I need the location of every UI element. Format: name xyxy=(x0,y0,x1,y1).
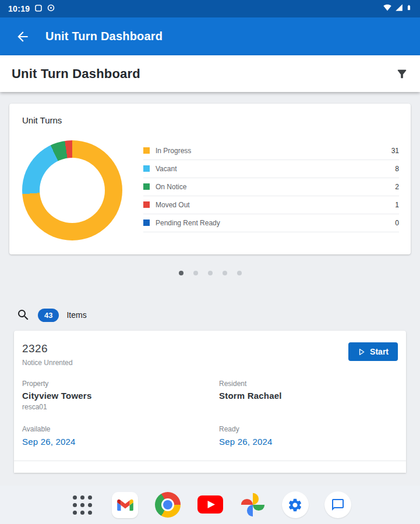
legend-value: 1 xyxy=(395,201,399,209)
legend-row: Vacant8 xyxy=(143,160,399,178)
chrome-icon[interactable] xyxy=(154,491,181,518)
notification-square-icon xyxy=(35,3,42,14)
available-date-link[interactable]: Sep 26, 2024 xyxy=(22,437,219,447)
available-label: Available xyxy=(22,425,219,433)
play-icon xyxy=(358,348,365,356)
legend-label: Pending Rent Ready xyxy=(156,219,395,227)
items-label: Items xyxy=(66,310,86,320)
items-toolbar: 43 Items xyxy=(16,308,406,322)
carousel-dot[interactable] xyxy=(193,271,198,275)
back-arrow-icon[interactable] xyxy=(15,29,30,44)
legend-value: 8 xyxy=(395,165,399,173)
unit-card: 2326 Notice Unrented Start Property City… xyxy=(14,331,406,473)
ready-field: Ready Sep 26, 2024 xyxy=(219,425,398,447)
battery-icon xyxy=(406,3,412,15)
legend-row: In Progress31 xyxy=(143,142,399,160)
carousel-dot[interactable] xyxy=(179,271,183,275)
legend-label: On Notice xyxy=(156,183,395,191)
items-count-badge: 43 xyxy=(38,309,59,322)
ready-label: Ready xyxy=(219,425,398,433)
gmail-icon[interactable] xyxy=(112,491,139,518)
legend-value: 2 xyxy=(395,183,399,191)
carousel-dots xyxy=(0,271,420,275)
legend-label: Vacant xyxy=(156,165,395,173)
youtube-icon[interactable] xyxy=(197,491,224,518)
resident-value: Storm Rachael xyxy=(219,391,398,401)
legend-row: Pending Rent Ready0 xyxy=(143,214,399,232)
wifi-icon xyxy=(383,3,392,14)
legend-value: 31 xyxy=(391,147,399,155)
legend-value: 0 xyxy=(395,219,399,227)
legend-swatch xyxy=(143,219,150,226)
app-bar-title: Unit Turn Dashboard xyxy=(45,30,163,43)
start-button[interactable]: Start xyxy=(348,342,398,361)
property-value: Cityview Towers xyxy=(22,391,219,401)
legend-label: In Progress xyxy=(156,147,391,155)
app-bar: Unit Turn Dashboard xyxy=(0,17,420,55)
carousel-dot[interactable] xyxy=(208,271,213,275)
status-bar: 10:19 xyxy=(0,0,420,17)
legend-swatch xyxy=(143,165,150,172)
legend-swatch xyxy=(143,201,150,208)
clock: 10:19 xyxy=(8,4,30,13)
ready-date-link[interactable]: Sep 26, 2024 xyxy=(219,437,398,447)
settings-icon[interactable] xyxy=(282,491,309,518)
donut-chart-wrap xyxy=(22,140,122,240)
page-header: Unit Turn Dashboard xyxy=(0,55,420,92)
apps-grid-icon[interactable] xyxy=(69,491,96,518)
property-code: resca01 xyxy=(22,403,219,411)
property-label: Property xyxy=(22,380,219,388)
property-field: Property Cityview Towers resca01 xyxy=(22,380,219,411)
chart-legend: In Progress31Vacant8On Notice2Moved Out1… xyxy=(143,142,399,232)
notification-circle-icon xyxy=(47,3,55,14)
resident-field: Resident Storm Rachael xyxy=(219,380,398,411)
donut-hole xyxy=(40,158,105,223)
legend-row: Moved Out1 xyxy=(143,196,399,214)
card-divider xyxy=(14,461,406,461)
unit-number: 2326 xyxy=(22,342,73,355)
signal-icon xyxy=(395,3,403,14)
chart-title: Unit Turns xyxy=(22,115,399,125)
carousel-dot[interactable] xyxy=(237,271,242,275)
content-area: Unit Turns In Progress31Vacant8On Notice… xyxy=(0,92,420,473)
messages-icon[interactable] xyxy=(324,491,351,518)
page-title: Unit Turn Dashboard xyxy=(12,66,140,82)
legend-swatch xyxy=(143,183,150,190)
search-icon[interactable] xyxy=(16,308,30,322)
filter-icon[interactable] xyxy=(396,68,408,80)
carousel-dot[interactable] xyxy=(223,271,227,275)
legend-swatch xyxy=(143,147,150,154)
available-field: Available Sep 26, 2024 xyxy=(22,425,219,447)
google-photos-icon[interactable] xyxy=(239,491,266,518)
dock xyxy=(0,486,420,524)
resident-label: Resident xyxy=(219,380,398,388)
legend-row: On Notice2 xyxy=(143,178,399,196)
unit-status: Notice Unrented xyxy=(22,359,73,367)
unit-turns-chart-card: Unit Turns In Progress31Vacant8On Notice… xyxy=(9,104,411,254)
legend-label: Moved Out xyxy=(156,201,395,209)
